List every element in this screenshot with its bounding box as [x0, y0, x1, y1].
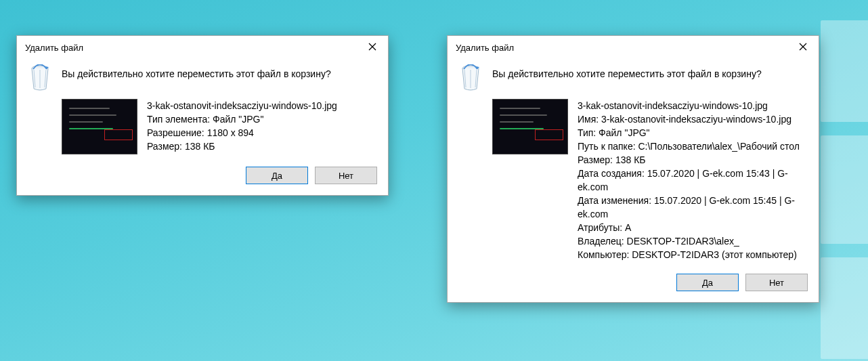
file-type: Тип: Файл "JPG" — [578, 126, 801, 140]
file-size: Размер: 138 КБ — [147, 140, 337, 153]
file-computer: Компьютер: DESKTOP-T2IDAR3 (этот компьют… — [578, 248, 801, 261]
background-decoration — [821, 20, 868, 122]
file-attributes: Атрибуты: A — [578, 221, 801, 234]
close-button[interactable] — [357, 36, 388, 59]
desktop-background: Удалить файл Вы действитель — [0, 0, 868, 361]
recycle-bin-icon — [458, 64, 483, 93]
file-name: 3-kak-ostanovit-indeksacziyu-windows-10.… — [147, 99, 337, 112]
no-button[interactable]: Нет — [745, 274, 808, 291]
file-type: Тип элемента: Файл "JPG" — [147, 112, 337, 126]
file-thumbnail — [492, 99, 568, 154]
background-decoration — [821, 135, 868, 244]
close-icon — [799, 43, 807, 53]
dialog-buttons: Да Нет — [458, 274, 808, 291]
dialog-title: Удалить файл — [456, 43, 514, 53]
dialog-body: Вы действительно хотите переместить этот… — [448, 59, 819, 302]
file-name-label: Имя: 3-kak-ostanovit-indeksacziyu-window… — [578, 112, 801, 126]
file-owner: Владелец: DESKTOP-T2IDAR3\alex_ — [578, 234, 801, 248]
delete-file-dialog: Удалить файл Вы действитель — [16, 35, 389, 196]
yes-button[interactable]: Да — [246, 167, 308, 184]
yes-button[interactable]: Да — [676, 274, 739, 291]
delete-file-dialog-detailed: Удалить файл Вы действитель — [447, 35, 819, 303]
dialog-buttons: Да Нет — [28, 167, 377, 184]
titlebar[interactable]: Удалить файл — [17, 36, 388, 59]
close-button[interactable] — [787, 36, 819, 59]
confirmation-prompt: Вы действительно хотите переместить этот… — [492, 64, 762, 79]
background-decoration — [821, 257, 868, 359]
dialog-body: Вы действительно хотите переместить этот… — [17, 59, 388, 195]
recycle-bin-icon — [28, 64, 52, 93]
file-resolution: Разрешение: 1180 x 894 — [147, 126, 337, 140]
file-name: 3-kak-ostanovit-indeksacziyu-windows-10.… — [578, 99, 801, 112]
file-thumbnail — [62, 99, 137, 154]
file-path: Путь к папке: C:\Пользователи\alex_\Рабо… — [578, 140, 801, 153]
file-details: 3-kak-ostanovit-indeksacziyu-windows-10.… — [578, 99, 801, 261]
dialog-title: Удалить файл — [25, 43, 83, 53]
titlebar[interactable]: Удалить файл — [448, 36, 819, 59]
no-button[interactable]: Нет — [315, 167, 377, 184]
file-created: Дата создания: 15.07.2020 | G-ek.com 15:… — [578, 167, 801, 194]
file-modified: Дата изменения: 15.07.2020 | G-ek.com 15… — [578, 194, 801, 221]
close-icon — [368, 43, 376, 53]
confirmation-prompt: Вы действительно хотите переместить этот… — [62, 64, 331, 79]
file-details: 3-kak-ostanovit-indeksacziyu-windows-10.… — [147, 99, 337, 153]
file-size: Размер: 138 КБ — [578, 153, 801, 167]
